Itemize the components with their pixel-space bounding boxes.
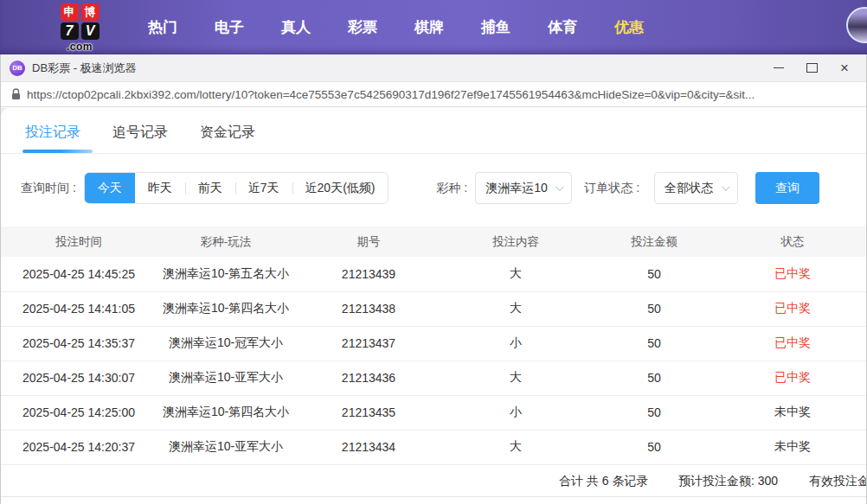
site-logo[interactable]: 申 博 7 V .com (55, 3, 104, 52)
cell-issue: 21213434 (295, 430, 442, 464)
table-row: 2025-04-25 14:25:00 澳洲幸运10-第四名大小 2121343… (1, 395, 866, 430)
cell-bet-amount: 50 (589, 291, 719, 326)
search-button[interactable]: 查询 (755, 172, 819, 204)
table-row: 2025-04-25 14:20:37 澳洲幸运10-亚军大小 21213434… (1, 430, 866, 464)
browser-url-bar[interactable]: https://ctop02pcali.2kbxi392.com/lottery… (1, 82, 866, 107)
cell-game-play: 澳洲幸运10-亚军大小 (157, 430, 295, 464)
window-title: DB彩票 - 极速浏览器 (32, 61, 137, 76)
cell-bet-amount: 50 (589, 395, 719, 430)
table-footer: 合计 共 6 条记录 预计投注金额: 300 有效投注金额: (1, 465, 866, 497)
lottery-select-value: 澳洲幸运10 (485, 181, 548, 196)
lock-icon (11, 88, 21, 100)
table-row: 2025-04-25 14:35:37 澳洲幸运10-冠军大小 21213437… (1, 326, 866, 360)
cell-status: 未中奖 (719, 430, 866, 464)
cell-game-play: 澳洲幸运10-亚军大小 (157, 360, 295, 395)
nav-menu-item[interactable]: 棋牌 (401, 17, 457, 37)
cell-issue: 21213436 (295, 360, 442, 395)
cell-issue: 21213439 (295, 257, 442, 291)
table-row: 2025-04-25 14:41:05 澳洲幸运10-第四名大小 2121343… (1, 291, 866, 326)
time-range-option[interactable]: 前天 (185, 173, 235, 203)
nav-menu-item[interactable]: 捕鱼 (468, 17, 523, 37)
order-status-select[interactable]: 全部状态 (654, 172, 738, 204)
site-nav-menu: 热门 电子 真人 彩票 棋牌 捕鱼 体育 优惠 (135, 17, 668, 37)
cell-bet-time: 2025-04-25 14:41:05 (1, 291, 157, 326)
footer-expected-amount: 预计投注金额: 300 (678, 465, 778, 497)
footer-valid-amount: 有效投注金额: (809, 465, 866, 497)
table-row: 2025-04-25 14:30:07 澳洲幸运10-亚军大小 21213436… (1, 360, 866, 395)
app-icon: DB (10, 61, 25, 76)
logo-top-row: 申 博 (61, 3, 100, 22)
content-panel: 投注记录 追号记录 资金记录 查询时间 : 今天 昨天 前天 (1, 108, 866, 504)
cell-bet-amount: 50 (589, 326, 719, 360)
cell-bet-content: 大 (442, 430, 589, 464)
cell-game-play: 澳洲幸运10-第五名大小 (157, 257, 295, 291)
filter-bar: 查询时间 : 今天 昨天 前天 近7天 近20天(低频) 彩种 : (21, 172, 866, 204)
cell-status: 已中奖 (719, 326, 866, 360)
nav-menu-item[interactable]: 体育 (535, 17, 590, 37)
cell-status: 未中奖 (719, 395, 866, 430)
nav-menu-item[interactable]: 电子 (202, 17, 257, 37)
table-body: 2025-04-25 14:45:25 澳洲幸运10-第五名大小 2121343… (1, 257, 866, 464)
cell-bet-time: 2025-04-25 14:35:37 (1, 326, 157, 360)
logo-tile-v: V (81, 22, 100, 40)
col-header-status: 状态 (719, 226, 866, 257)
maximize-icon[interactable] (806, 62, 818, 74)
nav-menu-item[interactable]: 真人 (268, 17, 324, 37)
url-text: https://ctop02pcali.2kbxi392.com/lottery… (27, 88, 755, 101)
lottery-filter-label: 彩种 : (436, 181, 467, 196)
cell-bet-time: 2025-04-25 14:25:00 (1, 395, 157, 430)
cell-game-play: 澳洲幸运10-第四名大小 (157, 395, 295, 430)
time-range-group: 今天 昨天 前天 近7天 近20天(低频) (84, 172, 389, 204)
footer-total-records: 合计 共 6 条记录 (559, 465, 648, 497)
record-tabs: 投注记录 追号记录 资金记录 (1, 108, 866, 154)
bet-records-table: 投注时间 彩种-玩法 期号 投注内容 投注金额 状态 2025-04-25 14… (1, 226, 866, 465)
logo-tile-7: 7 (61, 22, 79, 40)
cell-bet-time: 2025-04-25 14:45:25 (1, 257, 157, 291)
cell-issue: 21213435 (295, 395, 442, 430)
time-filter-label: 查询时间 : (21, 181, 76, 196)
window-controls: × (773, 62, 857, 74)
table-row: 2025-04-25 14:45:25 澳洲幸运10-第五名大小 2121343… (1, 257, 866, 291)
cell-bet-content: 小 (442, 326, 589, 360)
cell-bet-content: 小 (442, 395, 589, 430)
cell-status: 已中奖 (719, 291, 866, 326)
status-select-value: 全部状态 (665, 181, 713, 196)
record-tab[interactable]: 追号记录 (112, 124, 168, 153)
time-range-option[interactable]: 近20天(低频) (292, 173, 389, 203)
browser-title-bar: DB DB彩票 - 极速浏览器 × (1, 54, 866, 82)
close-icon[interactable]: × (838, 62, 851, 74)
cell-bet-time: 2025-04-25 14:20:37 (1, 430, 157, 464)
page-background: 投注记录 追号记录 资金记录 查询时间 : 今天 昨天 前天 (1, 108, 866, 504)
col-header-bet-time: 投注时间 (1, 226, 157, 257)
cell-game-play: 澳洲幸运10-冠军大小 (157, 326, 295, 360)
minimize-icon[interactable] (773, 62, 785, 74)
col-header-issue: 期号 (295, 226, 442, 257)
logo-tile-bo: 博 (81, 3, 100, 21)
cell-bet-content: 大 (442, 360, 589, 395)
chevron-down-icon (722, 182, 730, 191)
nav-menu-item[interactable]: 彩票 (335, 17, 390, 37)
nav-menu-item[interactable]: 优惠 (601, 17, 657, 37)
cell-status: 已中奖 (719, 257, 866, 291)
cell-bet-content: 大 (442, 291, 589, 326)
cell-status: 已中奖 (719, 360, 866, 395)
floating-service-widget[interactable] (846, 7, 867, 43)
record-tab[interactable]: 投注记录 (25, 124, 80, 153)
time-range-option[interactable]: 今天 (85, 173, 135, 203)
time-range-option[interactable]: 近7天 (235, 173, 292, 203)
cell-bet-amount: 50 (589, 430, 719, 464)
col-header-bet-amount: 投注金额 (589, 226, 719, 257)
record-tab[interactable]: 资金记录 (200, 124, 255, 153)
cell-bet-content: 大 (442, 257, 589, 291)
cell-game-play: 澳洲幸运10-第四名大小 (157, 291, 295, 326)
cell-issue: 21213437 (295, 326, 442, 360)
status-filter-label: 订单状态 : (584, 181, 639, 196)
lottery-select[interactable]: 澳洲幸运10 (475, 172, 572, 204)
cell-bet-time: 2025-04-25 14:30:07 (1, 360, 157, 395)
time-range-option[interactable]: 昨天 (135, 173, 185, 203)
nav-menu-item[interactable]: 热门 (135, 17, 190, 37)
logo-mid-row: 7 V (61, 22, 100, 41)
cell-bet-amount: 50 (589, 360, 719, 395)
col-header-game-play: 彩种-玩法 (157, 226, 295, 257)
cell-issue: 21213438 (295, 291, 442, 326)
